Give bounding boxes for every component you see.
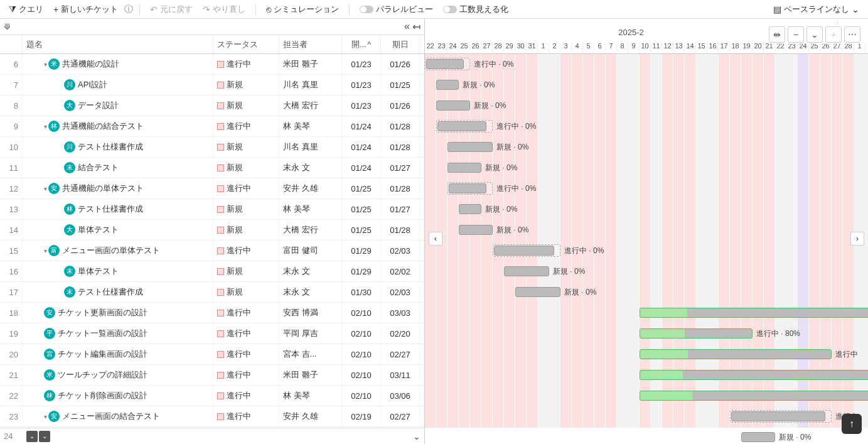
gantt-row: 進行中 · 80% — [425, 323, 868, 344]
scroll-top-button[interactable]: ↑ — [842, 414, 862, 434]
zoom-out-icon[interactable]: − — [788, 26, 804, 43]
table-row[interactable]: 12▾安共通機能の単体テスト進行中安井 久雄01/2501/28 — [0, 178, 424, 199]
row-assignee: 末永 文 — [279, 282, 342, 302]
expand-icon[interactable]: ⌄ — [413, 431, 421, 441]
effort-view-toggle[interactable]: 工数見える化 — [439, 3, 512, 16]
col-due-header[interactable]: 期日 — [381, 35, 420, 53]
col-assignee-header[interactable]: 担当者 — [279, 35, 342, 53]
expand-icon[interactable]: ▾ — [44, 247, 47, 254]
table-row[interactable]: 7川API設計新規川名 真里01/2301/25 — [0, 75, 424, 95]
gantt-bar[interactable] — [459, 225, 493, 235]
table-row[interactable]: 6▾米共通機能の設計進行中米田 雛子01/2301/26 — [0, 54, 424, 75]
gantt-nav-right[interactable]: › — [850, 232, 864, 246]
gantt-bar[interactable] — [447, 163, 481, 173]
parallel-view-label: パラレルビュー — [376, 4, 433, 15]
simulation-icon: ⎋ — [266, 4, 271, 14]
row-title: 大データ設計 — [23, 95, 213, 116]
status-box-icon — [217, 206, 224, 213]
day-cell: 5 — [583, 42, 594, 53]
gantt-bar[interactable] — [436, 80, 459, 90]
collapse-arrow-icon[interactable]: ↤ — [412, 21, 421, 33]
avatar: 林 — [48, 121, 60, 132]
table-row[interactable]: 22林チケット削除画面の設計進行中林 美琴02/1003/06 — [0, 386, 424, 406]
gantt-row: 進行中 · 0% — [425, 116, 868, 137]
col-status-header[interactable]: ステータス — [213, 35, 279, 53]
gantt-bar[interactable] — [494, 246, 554, 256]
gantt-bar[interactable] — [449, 183, 486, 193]
table-row[interactable]: 10川テスト仕様書作成新規川名 真里01/2401/28 — [0, 137, 424, 158]
table-row[interactable]: 13林テスト仕様書作成新規林 美琴01/2501/27 — [0, 199, 424, 220]
gantt-bar[interactable] — [426, 59, 464, 69]
table-row[interactable]: 20宮チケット編集画面の設計進行中宮本 吉...02/1002/27 — [0, 344, 424, 365]
new-ticket-button[interactable]: +新しいチケット — [50, 3, 122, 16]
gantt-bar[interactable] — [640, 391, 868, 401]
expand-icon[interactable]: ▾ — [44, 185, 47, 192]
gantt-bar[interactable] — [436, 100, 470, 111]
settings-icon[interactable]: ⟱ — [4, 22, 11, 31]
redo-button[interactable]: ↷やり直し — [199, 3, 249, 16]
table-row[interactable]: 19平チケット一覧画面の設計進行中平岡 厚吉02/1002/20 — [0, 323, 424, 344]
table-row[interactable]: 14大単体テスト新規大橋 宏行01/2501/28 — [0, 220, 424, 241]
gantt-bar[interactable] — [515, 287, 560, 297]
gantt-bar[interactable] — [459, 204, 481, 214]
row-assignee: 米田 雛子 — [279, 365, 342, 385]
gantt-row: 新規 · 0% — [425, 261, 868, 282]
table-row[interactable]: 21米ツールチップの詳細設計進行中米田 雛子02/1003/11 — [0, 365, 424, 386]
day-cell: 1 — [538, 42, 549, 53]
row-title: ▾米共通機能の設計 — [23, 54, 213, 74]
avatar: 安 — [48, 183, 60, 194]
avatar: 大 — [64, 224, 75, 236]
col-start-header[interactable]: 開...^ — [342, 35, 381, 53]
fit-icon[interactable]: ⇹ — [769, 26, 785, 43]
baseline-dropdown[interactable]: ▤ベースラインなし⌄ — [769, 3, 863, 16]
gantt-bar[interactable] — [447, 142, 493, 152]
collapse-left-icon[interactable]: « — [404, 21, 410, 33]
gantt-bar[interactable] — [731, 411, 825, 421]
expand-icon[interactable]: ▾ — [44, 123, 47, 130]
table-row[interactable]: 23▾安メニュー画面の結合テスト進行中安井 久雄02/1902/27 — [0, 406, 424, 427]
row-start: 02/10 — [342, 386, 381, 406]
gantt-row: 新規 · 0% — [425, 95, 868, 116]
more-icon[interactable]: ⋯ — [844, 26, 860, 43]
gantt-bar[interactable] — [504, 266, 549, 276]
parallel-view-toggle[interactable]: パラレルビュー — [356, 3, 437, 16]
chevron-down-icon[interactable]: ⌄ — [806, 26, 823, 43]
zoom-in-icon[interactable]: + — [825, 26, 842, 43]
row-num: 19 — [0, 323, 23, 344]
nav-down-button[interactable]: ⌄ — [26, 431, 38, 442]
table-row[interactable]: 15▾富メニュー画面の単体テスト進行中富田 健司01/2902/03 — [0, 241, 424, 261]
gantt-bar[interactable] — [437, 121, 486, 131]
gantt-bar[interactable] — [640, 370, 868, 380]
row-assignee: 末永 文 — [279, 261, 342, 281]
nav-down-button-2[interactable]: ⌄ — [39, 431, 50, 442]
day-cell: 29 — [504, 42, 515, 53]
table-row[interactable]: 18安チケット更新画面の設計進行中安西 博満02/1003/03 — [0, 303, 424, 323]
col-title-header[interactable]: 題名 — [23, 35, 213, 53]
gantt-nav-left[interactable]: ‹ — [429, 232, 442, 246]
title-text: チケット一覧画面の設計 — [58, 328, 147, 339]
simulation-button[interactable]: ⎋シミュレーション — [262, 3, 343, 16]
gantt-bar-label: 進行中 · 0% — [496, 183, 536, 194]
undo-button[interactable]: ↶元に戻す — [146, 3, 196, 16]
row-num: 6 — [0, 54, 23, 74]
table-row[interactable]: 11末結合テスト新規末永 文01/2401/27 — [0, 158, 424, 178]
expand-icon[interactable]: ▾ — [44, 61, 47, 68]
expand-icon[interactable]: ▾ — [44, 413, 47, 420]
table-row[interactable]: 17末テスト仕様書作成新規末永 文01/3002/03 — [0, 282, 424, 303]
row-title: 平チケット一覧画面の設計 — [23, 323, 213, 344]
day-cell: 17 — [719, 42, 730, 53]
table-row[interactable]: 8大データ設計新規大橋 宏行01/2301/26 — [0, 95, 424, 116]
info-icon[interactable]: ⓘ — [124, 4, 133, 15]
simulation-label: シミュレーション — [274, 4, 339, 15]
row-num: 7 — [0, 75, 23, 95]
avatar: 末 — [64, 162, 75, 173]
gantt-bar[interactable] — [640, 328, 753, 338]
row-assignee: 富田 健司 — [279, 241, 342, 261]
table-row[interactable]: 16末単体テスト新規末永 文01/2902/02 — [0, 261, 424, 282]
table-row[interactable]: 9▾林共通機能の結合テスト進行中林 美琴01/2401/28 — [0, 116, 424, 137]
gantt-bar[interactable] — [640, 349, 832, 359]
gantt-bar[interactable] — [640, 308, 868, 318]
status-box-icon — [217, 61, 224, 68]
gantt-bar[interactable] — [741, 432, 775, 442]
query-button[interactable]: ⧩クエリ — [5, 3, 47, 16]
